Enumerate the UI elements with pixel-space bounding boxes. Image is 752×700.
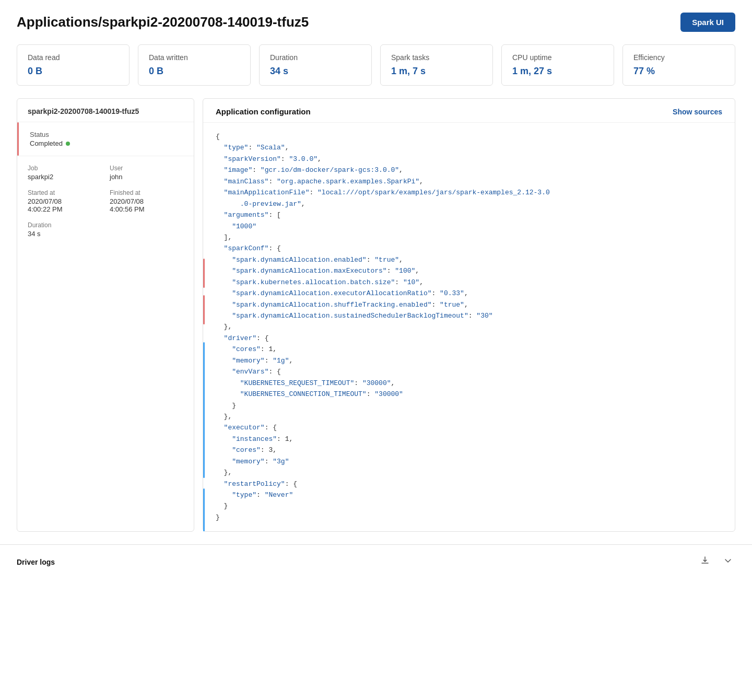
metric-efficiency: Efficiency 77 % <box>622 44 735 86</box>
metric-data-read-value: 0 B <box>28 66 119 77</box>
user-value: john <box>110 173 183 181</box>
metrics-row: Data read 0 B Data written 0 B Duration … <box>0 40 752 94</box>
red-bar-2 <box>203 295 205 324</box>
finished-label: Finished at <box>110 189 183 196</box>
job-info: Job sparkpi2 <box>28 165 101 181</box>
info-sections: Job sparkpi2 User john Started at 2020/0… <box>17 156 194 246</box>
metric-spark-tasks-label: Spark tasks <box>391 53 482 62</box>
metric-duration-value: 34 s <box>270 66 361 77</box>
finished-time: 4:00:56 PM <box>110 205 183 213</box>
driver-logs-title: Driver logs <box>17 558 55 566</box>
metric-data-written: Data written 0 B <box>138 44 251 86</box>
metric-cpu-uptime-label: CPU uptime <box>512 53 603 62</box>
metric-duration: Duration 34 s <box>259 44 372 86</box>
left-panel-title: sparkpi2-20200708-140019-tfuz5 <box>17 99 194 122</box>
page-title: Applications/sparkpi2-20200708-140019-tf… <box>17 14 309 30</box>
dates-grid: Started at 2020/07/08 4:00:22 PM Finishe… <box>28 189 183 213</box>
config-code: { "type": "Scala", "sparkVersion": "3.0.… <box>203 123 735 531</box>
metric-spark-tasks: Spark tasks 1 m, 7 s <box>380 44 493 86</box>
started-time: 4:00:22 PM <box>28 205 101 213</box>
red-bar-1 <box>203 259 205 288</box>
status-dot <box>66 142 70 146</box>
job-value: sparkpi2 <box>28 173 101 181</box>
metric-data-written-label: Data written <box>149 53 240 62</box>
duration-label: Duration <box>28 221 183 229</box>
finished-date: 2020/07/08 <box>110 197 183 205</box>
user-info: User john <box>110 165 183 181</box>
started-info: Started at 2020/07/08 4:00:22 PM <box>28 189 101 213</box>
status-value: Completed <box>30 139 183 147</box>
metric-data-read: Data read 0 B <box>17 44 130 86</box>
status-label: Status <box>30 131 183 138</box>
user-label: User <box>110 165 183 172</box>
started-label: Started at <box>28 189 101 196</box>
duration-info: Duration 34 s <box>28 221 183 238</box>
driver-logs-actions <box>698 553 735 570</box>
metric-cpu-uptime: CPU uptime 1 m, 27 s <box>501 44 614 86</box>
job-label: Job <box>28 165 101 172</box>
config-header: Application configuration Show sources <box>203 99 735 123</box>
blue-bar-1 <box>203 342 205 478</box>
status-section: Status Completed <box>17 122 194 156</box>
metric-efficiency-value: 77 % <box>633 66 724 77</box>
expand-logs-button[interactable] <box>721 553 735 570</box>
right-panel: Application configuration Show sources {… <box>203 98 735 532</box>
show-sources-button[interactable]: Show sources <box>673 108 722 116</box>
blue-bar-2 <box>203 488 205 531</box>
duration-value: 34 s <box>28 230 183 238</box>
driver-logs-bar: Driver logs <box>0 544 752 579</box>
metric-data-read-label: Data read <box>28 53 119 62</box>
download-logs-button[interactable] <box>698 553 712 570</box>
finished-info: Finished at 2020/07/08 4:00:56 PM <box>110 189 183 213</box>
left-panel: sparkpi2-20200708-140019-tfuz5 Status Co… <box>17 98 194 532</box>
spark-ui-button[interactable]: Spark UI <box>680 13 735 32</box>
status-bar-indicator <box>17 122 19 156</box>
metric-data-written-value: 0 B <box>149 66 240 77</box>
metric-duration-label: Duration <box>270 53 361 62</box>
metric-cpu-uptime-value: 1 m, 27 s <box>512 66 603 77</box>
metric-spark-tasks-value: 1 m, 7 s <box>391 66 482 77</box>
started-date: 2020/07/08 <box>28 197 101 205</box>
config-title: Application configuration <box>216 107 311 116</box>
job-user-grid: Job sparkpi2 User john <box>28 165 183 181</box>
metric-efficiency-label: Efficiency <box>633 53 724 62</box>
